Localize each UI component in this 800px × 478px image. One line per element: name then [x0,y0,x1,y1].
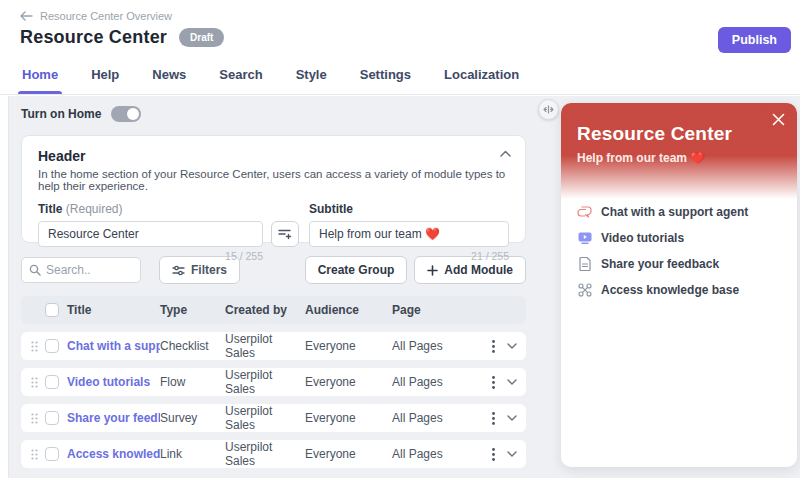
module-creator: Userpilot Sales [225,368,305,396]
knowledge-icon [577,283,592,297]
publish-button[interactable]: Publish [718,27,791,53]
status-badge: Draft [179,28,224,47]
back-link[interactable]: Resource Center Overview [20,10,172,22]
module-page: All Pages [392,375,492,389]
collapse-chevron-up-icon[interactable] [500,150,511,157]
subtitle-input[interactable] [309,221,509,247]
module-page: All Pages [392,411,492,425]
drag-handle-icon[interactable] [31,341,45,352]
title-char-counter: 15 / 255 [38,250,263,262]
table-row: Access knowledge ... Link Userpilot Sale… [21,440,526,468]
preview-module-list: Chat with a support agent Video tutorial… [561,199,797,303]
resource-center-preview: Resource Center Help from our team ❤️ Ch… [561,103,797,467]
column-title: Title [67,303,160,317]
expand-chevron-down-icon[interactable] [507,343,517,349]
row-checkbox[interactable] [45,447,59,461]
module-type: Link [160,447,225,461]
page-title: Resource Center [20,27,167,48]
column-page: Page [392,303,492,317]
module-audience: Everyone [305,339,392,353]
insert-text-icon [278,228,292,240]
module-page: All Pages [392,339,492,353]
turn-on-home-label: Turn on Home [21,107,101,121]
select-all-checkbox[interactable] [45,303,59,317]
module-type: Checklist [160,339,225,353]
module-type: Flow [160,375,225,389]
table-row: Share your feedba... Survey Userpilot Sa… [21,404,526,432]
tab-news[interactable]: News [150,61,188,94]
preview-subtitle: Help from our team ❤️ [577,151,781,165]
tab-home[interactable]: Home [20,61,60,94]
kebab-menu-icon[interactable] [492,412,495,425]
expand-chevron-down-icon[interactable] [507,379,517,385]
preview-header: Resource Center Help from our team ❤️ [561,103,797,199]
subtitle-field-label: Subtitle [309,202,509,216]
drag-handle-icon[interactable] [31,413,45,424]
kebab-menu-icon[interactable] [492,376,495,389]
tab-search[interactable]: Search [217,61,264,94]
tab-style[interactable]: Style [294,61,329,94]
back-arrow-icon [20,11,33,21]
search-icon [29,264,41,276]
drag-handle-icon[interactable] [31,377,45,388]
expand-chevron-down-icon[interactable] [507,451,517,457]
back-label: Resource Center Overview [40,10,172,22]
kebab-menu-icon[interactable] [492,448,495,461]
module-title-link[interactable]: Chat with a suppo... [67,339,160,353]
preview-item-chat[interactable]: Chat with a support agent [577,199,781,225]
main-content: Turn on Home Header In the home section … [8,96,800,478]
module-title-link[interactable]: Share your feedba... [67,411,160,425]
module-type: Survey [160,411,225,425]
module-audience: Everyone [305,447,392,461]
table-row: Chat with a suppo... Checklist Userpilot… [21,332,526,360]
tab-bar: Home Help News Search Style Settings Loc… [20,61,521,94]
preview-item-label: Access knowledge base [601,283,739,297]
module-creator: Userpilot Sales [225,404,305,432]
column-created-by: Created by [225,303,305,317]
expand-chevron-down-icon[interactable] [507,415,517,421]
module-page: All Pages [392,447,492,461]
column-audience: Audience [305,303,392,317]
preview-item-label: Chat with a support agent [601,205,748,219]
preview-item-label: Video tutorials [601,231,684,245]
module-creator: Userpilot Sales [225,440,305,468]
preview-title: Resource Center [577,123,781,145]
header-card-title: Header [38,148,509,164]
preview-item-feedback[interactable]: Share your feedback [577,251,781,277]
title-field-label: Title (Required) [38,202,263,216]
search-input[interactable] [46,263,133,277]
video-icon [577,232,592,244]
topbar: Resource Center Overview Resource Center… [0,0,800,95]
title-input[interactable] [38,221,263,247]
preview-item-knowledge-base[interactable]: Access knowledge base [577,277,781,303]
module-title-link[interactable]: Access knowledge ... [67,447,160,461]
document-icon [577,257,592,271]
column-type: Type [160,303,225,317]
module-creator: Userpilot Sales [225,332,305,360]
module-audience: Everyone [305,411,392,425]
tab-settings[interactable]: Settings [358,61,413,94]
preview-item-label: Share your feedback [601,257,719,271]
panel-resize-handle[interactable] [538,99,559,120]
module-audience: Everyone [305,375,392,389]
row-checkbox[interactable] [45,375,59,389]
header-card: Header In the home section of your Resou… [21,135,526,243]
row-checkbox[interactable] [45,339,59,353]
header-card-description: In the home section of your Resource Cen… [38,168,509,192]
drag-handle-icon[interactable] [31,449,45,460]
row-checkbox[interactable] [45,411,59,425]
turn-on-home-toggle[interactable] [111,106,141,122]
insert-variable-button[interactable] [271,221,299,247]
subtitle-char-counter: 21 / 255 [309,250,509,262]
chat-icon [577,206,592,219]
module-title-link[interactable]: Video tutorials [67,375,160,389]
kebab-menu-icon[interactable] [492,340,495,353]
horizontal-resize-icon [542,105,555,114]
table-header: Title Type Created by Audience Page [21,296,526,324]
tab-localization[interactable]: Localization [442,61,521,94]
preview-item-video[interactable]: Video tutorials [577,225,781,251]
filters-icon [172,265,185,276]
close-icon[interactable] [772,113,785,126]
tab-help[interactable]: Help [89,61,121,94]
table-row: Video tutorials Flow Userpilot Sales Eve… [21,368,526,396]
